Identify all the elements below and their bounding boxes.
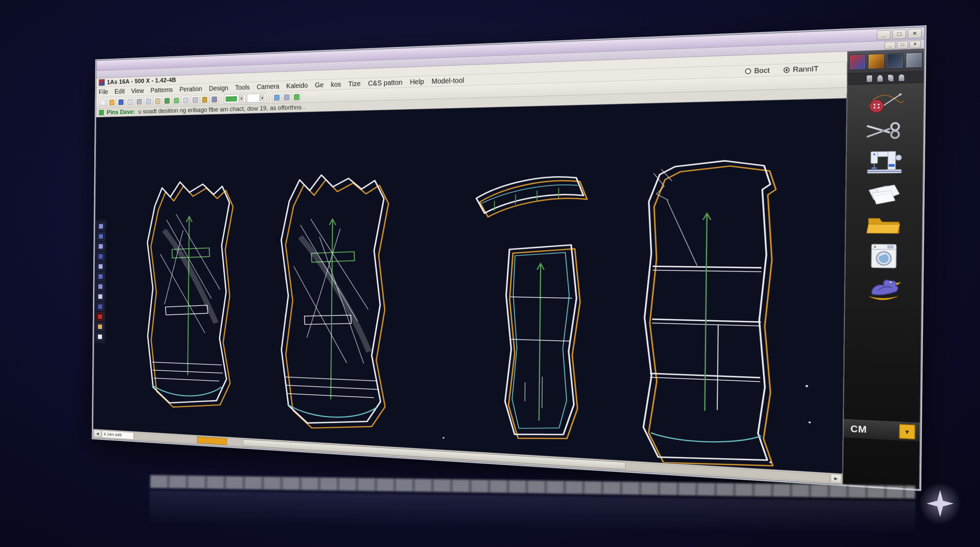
minimize-button[interactable]: _ <box>877 30 891 40</box>
menu-item[interactable]: Patterns <box>150 86 173 94</box>
document-title: 1As 16A - 500 X - 1.42-4B <box>107 76 176 86</box>
undo-icon[interactable] <box>163 96 171 105</box>
menu-item[interactable]: Camera <box>257 82 280 91</box>
needle-icon[interactable] <box>877 74 883 81</box>
palette-icon[interactable] <box>849 54 866 70</box>
washing-machine-icon[interactable] <box>862 242 905 270</box>
sewing-machine-icon[interactable] <box>863 146 906 176</box>
point-edit-icon[interactable] <box>272 92 281 102</box>
menu-item[interactable]: Design <box>209 84 228 92</box>
menu-item[interactable]: File <box>99 87 108 95</box>
grid-tool-icon[interactable] <box>97 262 104 271</box>
menu-item[interactable]: Tize <box>348 80 361 87</box>
toolbar-glyph <box>118 99 123 105</box>
left-tool-strip <box>95 220 106 343</box>
menu-item[interactable]: Help <box>410 77 424 86</box>
mode-radio-option[interactable]: RannIT <box>783 64 819 74</box>
zoom-in-icon[interactable] <box>181 95 190 104</box>
chevron-down-icon: ▾ <box>239 95 244 102</box>
unit-label: CM <box>850 423 867 435</box>
scissors-icon[interactable] <box>864 121 907 140</box>
notch-tool-icon[interactable] <box>97 282 104 291</box>
mode-radio-option[interactable]: Boct <box>745 66 770 75</box>
frame-icon[interactable] <box>905 52 922 68</box>
rotate-tool-icon[interactable] <box>97 293 104 301</box>
scroll-left-button[interactable]: ◀ <box>94 430 101 437</box>
menu-item[interactable]: Model-tool <box>431 76 464 85</box>
mode-label: Boct <box>754 66 770 75</box>
sparkle-icon <box>925 488 955 518</box>
zoom-tool-icon[interactable] <box>96 322 103 331</box>
child-minimize-button[interactable]: _ <box>885 41 896 49</box>
toolbar-glyph <box>146 98 151 104</box>
measure-tool-icon[interactable] <box>97 252 104 261</box>
stroke-style-dropdown[interactable]: ▾ <box>224 94 246 103</box>
select-tool-icon[interactable] <box>97 222 105 231</box>
curve-tool-icon[interactable] <box>97 272 104 281</box>
scroll-right-button[interactable]: ▶ <box>830 474 842 483</box>
scale-dropdown[interactable]: ▾ <box>247 93 266 103</box>
desktop-background: _ □ × _ □ × 1As 16A - 500 X - 1.42-4B <box>0 0 980 547</box>
copy-icon[interactable] <box>144 97 153 105</box>
scene: _ □ × _ □ × 1As 16A - 500 X - 1.42-4B <box>43 0 890 511</box>
cut-icon[interactable] <box>135 97 143 106</box>
fabric-sheets-icon[interactable] <box>863 182 906 206</box>
scroll-info-box: 4 14m b49 <box>102 430 134 439</box>
mirror-tool-icon[interactable] <box>97 302 104 311</box>
erase-tool-icon[interactable] <box>96 312 103 321</box>
point-tool-icon[interactable] <box>97 242 104 251</box>
tool-glyph <box>99 224 103 229</box>
toolbar-glyph <box>294 94 299 100</box>
new-doc-icon[interactable] <box>99 98 107 107</box>
child-restore-button[interactable]: □ <box>897 41 908 48</box>
camera-tool-icon[interactable] <box>96 332 103 341</box>
redo-icon[interactable] <box>172 96 181 105</box>
needle-and-thread-icon[interactable] <box>864 89 907 116</box>
unit-dropdown-button[interactable]: ▼ <box>899 423 916 439</box>
pin-icon[interactable] <box>866 75 872 82</box>
child-close-button[interactable]: × <box>910 40 921 48</box>
print-icon[interactable] <box>126 97 134 106</box>
tool-glyph <box>98 304 103 309</box>
measure-icon[interactable] <box>200 95 209 104</box>
close-button[interactable]: × <box>908 29 921 38</box>
canvas-specks <box>443 370 811 466</box>
status-dot-icon <box>99 110 103 115</box>
folder-icon[interactable] <box>862 212 905 236</box>
layers-icon[interactable] <box>282 92 291 102</box>
swatch-icon[interactable] <box>868 53 885 69</box>
pattern-piece-2[interactable] <box>280 174 389 432</box>
menu-item[interactable]: Kaleido <box>286 81 308 90</box>
pan-icon[interactable] <box>191 95 199 104</box>
thimble-icon[interactable] <box>898 73 905 81</box>
toolbar-glyph <box>127 99 132 104</box>
hook-icon[interactable] <box>888 74 894 81</box>
paste-icon[interactable] <box>153 97 162 105</box>
pattern-canvas[interactable] <box>93 98 846 473</box>
toolbar-glyph <box>274 94 279 100</box>
save-icon[interactable] <box>117 98 125 106</box>
refresh-icon[interactable] <box>292 92 301 102</box>
restore-button[interactable]: □ <box>892 29 906 39</box>
menu-item[interactable]: View <box>131 86 144 94</box>
toolbar-glyph <box>192 97 198 103</box>
menu-item[interactable]: kos <box>331 80 341 88</box>
radio-icon <box>745 68 751 74</box>
pattern-bird-icon[interactable] <box>861 276 905 302</box>
panel-header <box>848 48 924 73</box>
chevron-down-icon: ▾ <box>259 94 265 101</box>
open-folder-icon[interactable] <box>108 98 116 106</box>
tool-glyph <box>99 244 103 248</box>
menu-item[interactable]: Ge <box>315 81 324 89</box>
pattern-piece-4[interactable] <box>643 160 776 469</box>
pattern-piece-1[interactable] <box>146 181 234 410</box>
menu-item[interactable]: Edit <box>115 87 125 95</box>
menu-item[interactable]: Tools <box>235 83 250 91</box>
menu-item[interactable]: C&S patton <box>368 78 402 87</box>
scrollbar-marker[interactable] <box>197 436 227 445</box>
menu-item[interactable]: Peration <box>180 85 202 93</box>
pattern-piece-3[interactable] <box>474 177 587 442</box>
pen-tool-icon[interactable] <box>97 232 105 241</box>
toolbox-icon[interactable] <box>887 53 903 68</box>
grid-icon[interactable] <box>210 95 219 103</box>
